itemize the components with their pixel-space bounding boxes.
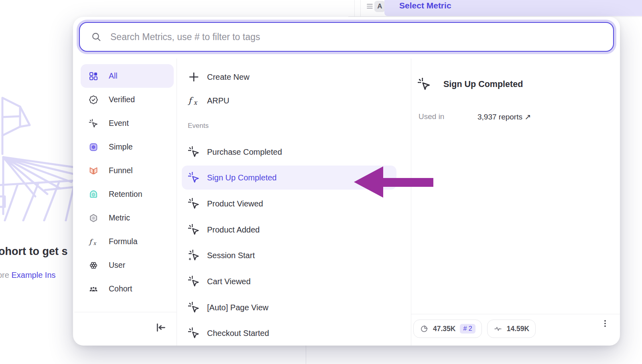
list-item-event-selected[interactable]: Sign Up Completed bbox=[182, 166, 396, 190]
event-cursor-icon bbox=[188, 301, 200, 313]
retention-icon bbox=[89, 190, 98, 199]
event-cursor-icon bbox=[417, 77, 431, 91]
event-cursor-icon bbox=[188, 327, 200, 339]
select-metric-label[interactable]: Select Metric bbox=[399, 1, 451, 10]
column-divider bbox=[411, 59, 411, 346]
event-cursor-icon bbox=[188, 275, 200, 287]
list-item-event[interactable]: Product Viewed bbox=[182, 192, 396, 216]
sidebar-item-label: Formula bbox=[109, 237, 138, 246]
event-cursor-icon bbox=[188, 146, 200, 158]
sidebar-footer-divider bbox=[74, 312, 177, 312]
event-cursor-icon bbox=[188, 224, 200, 236]
background-link-row: ore Example Ins bbox=[0, 271, 56, 280]
list-item-label: [Auto] Page View bbox=[207, 303, 268, 312]
sidebar-item-all[interactable]: All bbox=[81, 64, 174, 88]
used-in-reports-link[interactable]: 3,937 reports ↗ bbox=[477, 112, 531, 121]
sidebar-item-label: Cohort bbox=[109, 284, 132, 293]
list-item-event[interactable]: Purchase Completed bbox=[182, 140, 396, 164]
sidebar-item-label: Simple bbox=[109, 142, 133, 152]
list-item-label: Cart Viewed bbox=[207, 277, 251, 286]
event-cursor-icon bbox=[89, 119, 98, 128]
sidebar-item-label: Verified bbox=[109, 95, 135, 104]
background-link-prefix: ore bbox=[0, 271, 9, 279]
list-item-arpu[interactable]: ARPU bbox=[182, 89, 396, 113]
formula-fx-icon bbox=[89, 237, 98, 247]
session-start-icon bbox=[188, 249, 200, 261]
detail-stat-badges: 47.35K # 2 14.59K bbox=[413, 320, 536, 338]
list-item-label: Purchase Completed bbox=[207, 148, 282, 157]
list-item-label: Sign Up Completed bbox=[207, 173, 276, 182]
event-cursor-icon bbox=[188, 172, 200, 184]
list-item-event[interactable]: [Auto] Page View bbox=[182, 295, 396, 320]
used-in-label: Used in bbox=[419, 112, 444, 121]
sidebar-item-formula[interactable]: Formula bbox=[81, 230, 174, 253]
events-section-label: Events bbox=[188, 120, 209, 132]
pie-chart-icon bbox=[420, 324, 429, 333]
sidebar-item-cohort[interactable]: Cohort bbox=[81, 277, 174, 301]
sidebar-item-verified[interactable]: Verified bbox=[81, 88, 174, 111]
list-item-label: ARPU bbox=[207, 96, 230, 105]
sidebar-item-label: Funnel bbox=[109, 166, 133, 175]
select-metric-row[interactable]: Select Metric bbox=[384, 0, 642, 16]
sidebar-item-metric[interactable]: Metric bbox=[81, 206, 174, 230]
sidebar-item-user[interactable]: User bbox=[81, 253, 174, 277]
activity-icon bbox=[494, 324, 502, 333]
sidebar-item-label: Event bbox=[109, 119, 129, 128]
external-link-icon: ↗ bbox=[524, 113, 531, 121]
background-wireframe-art bbox=[0, 89, 77, 221]
panel-border-line bbox=[354, 0, 355, 17]
metric-letter-badge: A bbox=[374, 1, 385, 12]
sidebar-item-label: Metric bbox=[109, 213, 130, 222]
list-item-label: Product Viewed bbox=[207, 199, 263, 208]
plus-icon bbox=[188, 71, 200, 83]
create-new-label: Create New bbox=[207, 73, 250, 82]
sidebar-item-label: User bbox=[109, 261, 125, 270]
list-item-event[interactable]: Cart Viewed bbox=[182, 269, 396, 293]
create-new-button[interactable]: Create New bbox=[182, 65, 396, 89]
metric-list: Create New ARPU Events Purchase Complete… bbox=[177, 17, 411, 346]
metric-picker-modal: All Verified Event Simple Funnel Retenti… bbox=[73, 17, 620, 346]
panel-border-line bbox=[360, 0, 361, 17]
example-insights-link[interactable]: Example Ins bbox=[11, 271, 55, 279]
drag-handle-icon[interactable] bbox=[366, 3, 373, 10]
grid-icon bbox=[89, 71, 98, 81]
sidebar-item-event[interactable]: Event bbox=[81, 111, 174, 135]
collapse-left-icon[interactable] bbox=[155, 322, 167, 334]
reports-count: 3,937 reports bbox=[477, 113, 522, 121]
formula-fx-icon bbox=[188, 95, 200, 107]
list-item-label: Session Start bbox=[207, 251, 255, 260]
list-item-label: Checkout Started bbox=[207, 329, 269, 338]
funnel-icon bbox=[89, 166, 98, 176]
detail-title: Sign Up Completed bbox=[443, 79, 523, 89]
metric-hexagon-icon bbox=[89, 213, 98, 223]
verified-badge-icon bbox=[89, 95, 98, 105]
sidebar-item-label: Retention bbox=[109, 190, 142, 199]
event-cursor-icon bbox=[188, 198, 200, 210]
detail-title-row: Sign Up Completed bbox=[417, 75, 523, 93]
stat-value: 47.35K bbox=[433, 325, 455, 333]
sidebar-item-label: All bbox=[109, 71, 118, 81]
list-item-event[interactable]: Product Added bbox=[182, 218, 396, 242]
sidebar-item-retention[interactable]: Retention bbox=[81, 182, 174, 206]
background-heading-fragment: ohort to get s bbox=[0, 245, 67, 258]
total-events-pill[interactable]: 47.35K # 2 bbox=[413, 320, 482, 338]
sidebar-item-simple[interactable]: Simple bbox=[81, 135, 174, 159]
list-item-event[interactable]: Checkout Started bbox=[182, 321, 396, 345]
activity-pill[interactable]: 14.59K bbox=[487, 320, 536, 338]
panel-border-line bbox=[306, 346, 306, 364]
cohort-people-icon bbox=[89, 284, 98, 294]
rank-chip: # 2 bbox=[460, 324, 475, 334]
stat-value: 14.59K bbox=[507, 325, 529, 333]
detail-footer-divider bbox=[411, 314, 620, 314]
user-cluster-icon bbox=[89, 261, 98, 270]
simple-icon bbox=[89, 142, 98, 152]
list-item-label: Product Added bbox=[207, 225, 260, 235]
list-item-event[interactable]: Session Start bbox=[182, 243, 396, 267]
sidebar-item-funnel[interactable]: Funnel bbox=[81, 159, 174, 182]
kebab-menu-icon[interactable] bbox=[600, 319, 610, 328]
filter-sidebar: All Verified Event Simple Funnel Retenti… bbox=[79, 64, 177, 301]
